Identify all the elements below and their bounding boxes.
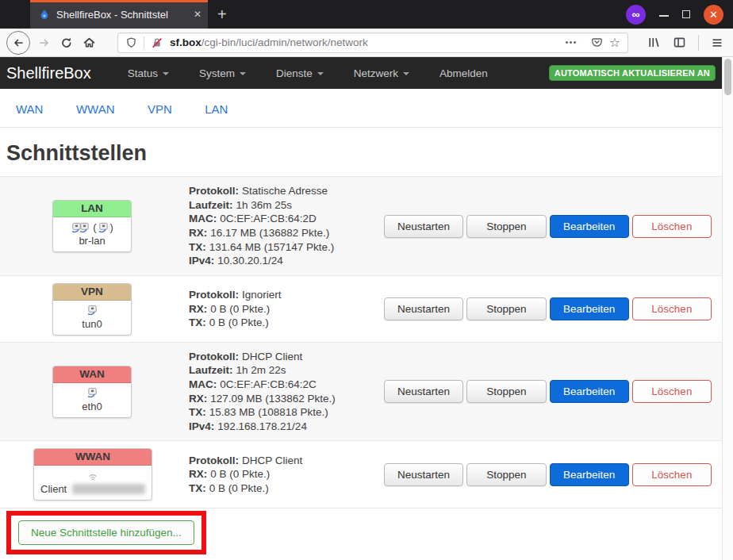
brand-title[interactable]: ShellfireBox: [6, 64, 91, 82]
window-close-button[interactable]: ✕: [704, 5, 723, 25]
window-minimize-button[interactable]: [659, 7, 669, 17]
detail-label: Protokoll:: [189, 185, 239, 197]
menu-system[interactable]: System: [199, 67, 246, 79]
sidebar-toggle-icon[interactable]: [673, 36, 686, 49]
forward-button[interactable]: [33, 32, 56, 54]
interface-row-wwan: WWAN Client Protokoll:DHC: [0, 440, 722, 508]
ssid-redacted-blur: [72, 484, 145, 494]
detail-label: MAC:: [189, 213, 217, 224]
ethernet-icon: [86, 387, 98, 398]
stop-button-vpn[interactable]: Stoppen: [466, 297, 546, 320]
tracking-protection-shield-icon[interactable]: [125, 36, 137, 49]
restart-button-wan[interactable]: Neustarten: [384, 380, 463, 403]
back-button[interactable]: [6, 31, 30, 55]
detail-label: TX:: [189, 316, 206, 328]
detail-value: 0C:EF:AF:CB:64:2D: [220, 213, 317, 224]
subnav-tab-vpn[interactable]: VPN: [148, 102, 172, 116]
detail-value: DHCP Client: [242, 455, 302, 466]
restart-button-wwan[interactable]: Neustarten: [384, 463, 463, 486]
interface-card-vpn: VPN tun0: [52, 283, 132, 336]
chevron-down-icon: [403, 72, 409, 75]
stop-button-wwan[interactable]: Stoppen: [466, 463, 546, 486]
detail-value: 127.09 MB (133862 Pkte.): [210, 393, 336, 405]
edit-button-wwan[interactable]: Bearbeiten: [550, 463, 629, 486]
restart-button-lan[interactable]: Neustarten: [384, 215, 463, 238]
browser-tab[interactable]: ShellfireBox - Schnittstel ✕: [30, 0, 208, 29]
insecure-lock-icon[interactable]: [151, 36, 163, 49]
bookmark-star-icon[interactable]: ☆: [609, 36, 620, 49]
interfaces-table: LAN ( ) br-lan: [0, 176, 722, 508]
edit-button-lan[interactable]: Bearbeiten: [550, 215, 629, 238]
subnav-tab-wwan[interactable]: WWAN: [76, 102, 115, 116]
detail-label: RX:: [189, 227, 207, 239]
subnav-tab-wan[interactable]: WAN: [16, 102, 43, 116]
zone-badge-lan: LAN: [53, 201, 131, 217]
device-name: tun0: [56, 318, 128, 330]
tab-close-icon[interactable]: ✕: [194, 9, 201, 20]
interface-row-vpn: VPN tun0 Protokoll:Ignoriert RX:0 B (0 P…: [0, 275, 722, 342]
device-name: eth0: [56, 401, 128, 412]
interface-card-wan: WAN eth0: [52, 366, 132, 418]
annotation-highlight-box: Neue Schnittstelle hinzufügen...: [6, 511, 206, 554]
active-tab-accent: [30, 0, 208, 2]
detail-label: RX:: [189, 393, 207, 405]
ethernet-icon: [98, 222, 109, 233]
page-actions-icon[interactable]: •••: [566, 38, 578, 47]
bridge-paren-open: (: [93, 221, 96, 233]
ethernet-icon: [79, 222, 90, 233]
detail-label: Laufzeit:: [189, 364, 233, 376]
subnav-tabs: WAN WWAN VPN LAN: [0, 89, 722, 128]
detail-value: 0 B (0 Pkte.): [210, 468, 270, 480]
interface-details-vpn: Protokoll:Ignoriert RX:0 B (0 Pkte.) TX:…: [189, 288, 381, 330]
page-scrollbar[interactable]: [722, 57, 733, 560]
interface-details-lan: Protokoll:Statische Adresse Laufzeit:1h …: [189, 184, 381, 268]
stop-button-lan[interactable]: Stoppen: [466, 215, 546, 238]
url-path: /cgi-bin/luci/admin/network/network: [201, 36, 368, 48]
pocket-icon[interactable]: [591, 36, 603, 48]
private-browsing-mask-icon: ∞: [626, 5, 646, 25]
add-interface-button[interactable]: Neue Schnittstelle hinzufügen...: [18, 520, 194, 545]
window-maximize-button[interactable]: [682, 10, 690, 18]
interface-row-wan: WAN eth0 Protokoll:DHCP Client Laufzeit:…: [0, 342, 722, 440]
url-bar[interactable]: sf.box/cgi-bin/luci/admin/network/networ…: [117, 33, 628, 53]
subnav-tab-lan[interactable]: LAN: [205, 102, 228, 116]
interface-details-wan: Protokoll:DHCP Client Laufzeit:1h 2m 22s…: [189, 350, 381, 434]
delete-button-wwan[interactable]: Löschen: [632, 463, 712, 486]
detail-value: 10.30.20.1/24: [217, 255, 283, 267]
browser-navbar: sf.box/cgi-bin/luci/admin/network/networ…: [0, 29, 733, 57]
menu-abmelden[interactable]: Abmelden: [439, 67, 488, 79]
detail-value: DHCP Client: [242, 351, 302, 362]
delete-button-lan[interactable]: Löschen: [632, 215, 712, 238]
library-icon[interactable]: [647, 36, 661, 49]
menu-dienste[interactable]: Dienste: [276, 67, 324, 79]
detail-label: TX:: [189, 241, 206, 253]
delete-button-wan[interactable]: Löschen: [632, 380, 712, 403]
menu-netzwerk[interactable]: Netzwerk: [354, 67, 409, 79]
edit-button-wan[interactable]: Bearbeiten: [550, 380, 629, 403]
browser-titlebar: ShellfireBox - Schnittstel ✕ + ∞ ✕: [0, 0, 733, 29]
reload-button[interactable]: [56, 32, 78, 54]
detail-label: Protokoll:: [189, 351, 239, 362]
zone-badge-wan: WAN: [53, 366, 131, 383]
detail-label: RX:: [189, 303, 207, 315]
wifi-icon: [86, 470, 99, 481]
app-header: ShellfireBox Status System Dienste Netzw…: [0, 57, 722, 89]
detail-label: Laufzeit:: [189, 199, 233, 211]
interface-card-wwan: WWAN Client: [33, 448, 152, 501]
new-tab-button[interactable]: +: [208, 0, 236, 29]
device-name: br-lan: [56, 235, 128, 247]
menu-status[interactable]: Status: [128, 67, 169, 79]
detail-label: RX:: [189, 468, 207, 480]
edit-button-vpn[interactable]: Bearbeiten: [550, 297, 629, 320]
auto-refresh-badge[interactable]: AUTOMATISCH AKTUALISIEREN AN: [549, 65, 716, 81]
chevron-down-icon: [163, 72, 169, 75]
home-button[interactable]: [78, 32, 100, 54]
menu-hamburger-icon[interactable]: [711, 36, 723, 49]
delete-button-vpn[interactable]: Löschen: [632, 297, 712, 320]
detail-label: IPv4:: [189, 420, 214, 432]
restart-button-vpn[interactable]: Neustarten: [384, 297, 463, 320]
scrollbar-thumb[interactable]: [724, 59, 731, 95]
stop-button-wan[interactable]: Stoppen: [466, 380, 546, 403]
tab-title-fade: [171, 9, 189, 21]
luci-page: ShellfireBox Status System Dienste Netzw…: [0, 57, 722, 554]
